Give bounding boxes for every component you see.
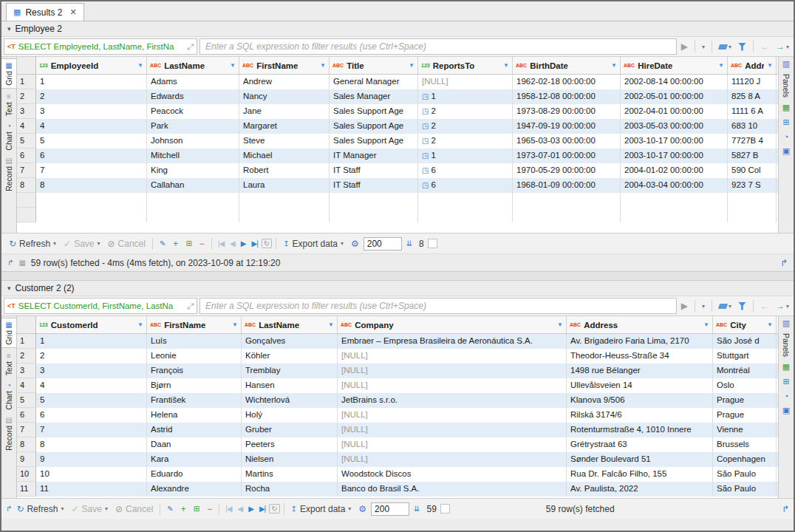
grid-cell[interactable]: Copenhagen <box>713 452 777 467</box>
grid-cell[interactable]: [NULL] <box>338 349 567 364</box>
grid-cell[interactable]: Peacock <box>147 104 239 119</box>
column-header-birthdate[interactable]: ABCBirthDate▼ <box>513 57 621 74</box>
grid-cell[interactable]: Nancy <box>239 89 330 104</box>
grid-cell[interactable]: 1968-01-09 00:00:00 <box>513 178 621 193</box>
add-row-button[interactable]: + <box>178 502 189 516</box>
duplicate-row-button[interactable]: ⊞ <box>191 503 202 514</box>
save-button[interactable]: ✓ Save ▾ <box>61 237 103 250</box>
row-number[interactable]: 3 <box>17 364 36 378</box>
row-number[interactable]: 11 <box>17 482 36 497</box>
grid-cell[interactable]: 10 <box>36 467 147 482</box>
corner-arrow-icon[interactable]: ↱ <box>7 259 13 267</box>
grid-cell[interactable]: 6 <box>36 408 147 423</box>
row-number[interactable]: 3 <box>17 104 36 119</box>
section-header-employee[interactable]: ▾ Employee 2 <box>1 21 794 37</box>
grid-cell[interactable]: Montréal <box>713 364 777 378</box>
reference-icon[interactable]: ◳ <box>422 122 429 130</box>
grid-cell[interactable]: Martins <box>242 467 338 482</box>
grid-cell[interactable]: IT Staff <box>330 178 418 193</box>
employee-filter-input[interactable] <box>199 38 677 55</box>
grid-cell[interactable]: Adams <box>147 75 239 89</box>
grid-cell[interactable]: Robert <box>239 163 330 178</box>
grid-cell[interactable]: Av. Paulista, 2022 <box>567 482 713 497</box>
tab-chart[interactable]: ◔ Chart <box>1 379 16 412</box>
grid-cell[interactable]: ◳6 <box>418 178 513 193</box>
grid-cell[interactable]: ◳2 <box>418 104 513 119</box>
row-number[interactable]: 4 <box>17 119 36 134</box>
nav-prev-button[interactable]: ◀ <box>235 505 245 513</box>
grid-cell[interactable]: 7 <box>36 163 147 178</box>
grid-cell[interactable]: 6 <box>36 149 147 163</box>
column-header-lastname[interactable]: ABCLastName▼ <box>147 57 239 74</box>
grid-cell[interactable]: Daan <box>147 437 242 452</box>
grid-cell[interactable]: Margaret <box>239 119 330 134</box>
column-filter-icon[interactable]: ▼ <box>703 321 709 328</box>
refresh-button[interactable]: ↻ Refresh ▾ <box>13 502 66 516</box>
reference-icon[interactable]: ◳ <box>422 166 429 174</box>
grid-cell[interactable]: Klanova 9/506 <box>567 393 713 408</box>
grid-cell[interactable]: Köhler <box>242 349 338 364</box>
grid-cell[interactable]: [NULL] <box>338 452 567 467</box>
row-number[interactable]: 8 <box>17 437 36 452</box>
customer-filter-input[interactable] <box>199 298 677 314</box>
grid-cell[interactable]: Wichterlová <box>242 393 338 408</box>
column-filter-icon[interactable]: ▼ <box>232 321 238 328</box>
column-filter-icon[interactable]: ▼ <box>611 62 617 69</box>
tab-grid[interactable]: ▦ Grid <box>1 318 16 348</box>
grid-cell[interactable]: Tremblay <box>242 364 338 378</box>
column-header-lastname[interactable]: ABCLastName▼ <box>242 316 338 333</box>
grid-cell[interactable]: Laura <box>239 178 330 193</box>
column-header-city[interactable]: ABCCity▼ <box>713 316 777 333</box>
tab-text[interactable]: ≡ Text <box>1 349 16 378</box>
grid-cell[interactable]: Callahan <box>147 178 239 193</box>
grid-cell[interactable]: Rocha <box>242 482 338 497</box>
row-number[interactable]: 10 <box>17 467 36 482</box>
row-number[interactable]: 1 <box>17 334 36 349</box>
edit-value-button[interactable]: ✎ <box>157 238 168 249</box>
grid-cell[interactable]: Theodor-Heuss-Straße 34 <box>567 349 713 364</box>
row-number[interactable]: 2 <box>17 349 36 364</box>
grid-cell[interactable]: 1970-05-29 00:00:00 <box>513 163 621 178</box>
filters-menu-button[interactable] <box>736 301 748 312</box>
grid-cell[interactable]: 4 <box>36 119 147 134</box>
grid-cell[interactable]: São José d <box>713 334 777 349</box>
metadata-panel-icon[interactable]: ◔ <box>784 392 789 400</box>
nav-first-button[interactable]: |◀ <box>216 239 226 248</box>
row-number[interactable]: 7 <box>17 163 36 178</box>
expand-filter-icon[interactable]: ⤢ <box>187 42 194 52</box>
reset-filter-button[interactable]: ▾ <box>717 301 734 311</box>
row-number[interactable]: 6 <box>17 149 36 163</box>
row-number[interactable]: 2 <box>17 89 36 104</box>
grid-cell[interactable]: Av. Brigadeiro Faria Lima, 2170 <box>567 334 713 349</box>
collapse-icon[interactable]: ▾ <box>7 284 11 292</box>
cancel-button[interactable]: ⊘ Cancel <box>112 502 156 516</box>
column-header-customerid[interactable]: 123CustomerId▼ <box>36 316 147 333</box>
settings-button[interactable]: ⚙ <box>355 502 369 516</box>
grid-cell[interactable]: 1973-07-01 00:00:00 <box>513 149 621 163</box>
column-header-address[interactable]: ABCAddress▼ <box>728 57 777 74</box>
grid-cell[interactable]: Nielsen <box>242 452 338 467</box>
grid-cell[interactable]: Hansen <box>242 378 338 393</box>
grid-cell[interactable]: ◳2 <box>418 119 513 134</box>
grid-cell[interactable]: São Paulo <box>713 482 777 497</box>
grid-cell[interactable]: Michael <box>239 149 330 163</box>
grid-cell[interactable]: 1973-08-29 00:00:00 <box>513 104 621 119</box>
tab-results-2[interactable]: ▦ Results 2 ✕ <box>6 3 84 21</box>
grid-cell[interactable]: 1958-12-08 00:00:00 <box>513 89 621 104</box>
refresh-grid-icon[interactable]: ↻ <box>269 504 279 514</box>
maximize-panel-icon[interactable]: ↱ <box>780 258 788 268</box>
column-filter-icon[interactable]: ▼ <box>328 321 334 328</box>
section-divider[interactable] <box>1 271 794 281</box>
grid-cell[interactable]: 683 10 <box>728 119 777 134</box>
grid-cell[interactable]: 2003-05-03 00:00:00 <box>621 119 728 134</box>
grid-cell[interactable]: 2002-04-01 00:00:00 <box>621 104 728 119</box>
grid-cell[interactable]: Leonie <box>147 349 242 364</box>
delete-row-button[interactable]: − <box>197 237 208 250</box>
column-filter-icon[interactable]: ▼ <box>557 321 563 328</box>
apply-filter-button[interactable]: ▶ <box>679 40 690 53</box>
grid-cell[interactable]: 2003-10-17 00:00:00 <box>621 134 728 149</box>
column-filter-icon[interactable]: ▼ <box>409 62 414 69</box>
column-filter-icon[interactable]: ▼ <box>718 62 724 69</box>
tab-grid[interactable]: ▦ Grid <box>1 58 16 89</box>
add-row-button[interactable]: + <box>170 237 181 250</box>
